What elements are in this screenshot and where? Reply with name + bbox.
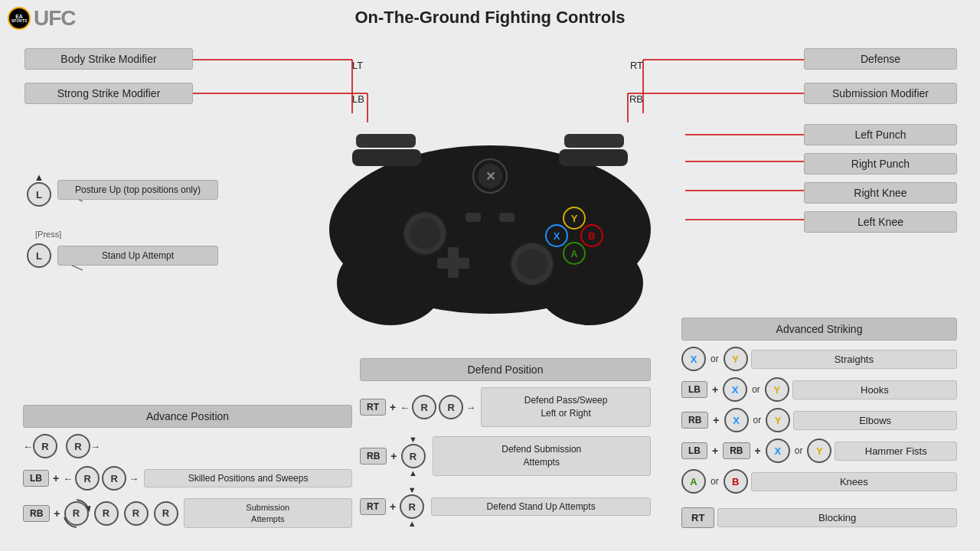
svg-point-25: [410, 218, 440, 249]
straights-desc: Straights: [751, 350, 957, 369]
y-btn-1: Y: [724, 347, 748, 371]
defend-standup-desc: Defend Stand Up Attempts: [431, 497, 651, 516]
lb-btn-adv: LB: [23, 470, 49, 487]
rb-btn-adv: RB: [23, 505, 50, 522]
svg-rect-19: [356, 134, 416, 148]
rb-btn-elbows: RB: [681, 412, 708, 429]
svg-point-16: [536, 241, 643, 325]
left-punch-label: Left Punch: [804, 124, 957, 145]
ea-logo: EA SPORTS: [8, 7, 31, 30]
page: EA SPORTS UFC On-The-Ground Fighting Con…: [0, 0, 980, 551]
defend-position-section: Defend Position RT + ← R R → Defend Pass…: [360, 358, 651, 536]
b-btn-knees: B: [724, 469, 748, 494]
submission-modifier-label: Submission Modifier: [804, 83, 957, 104]
r-stick-def4: R: [400, 494, 424, 519]
svg-rect-17: [352, 149, 421, 166]
r-stick-3: R: [75, 466, 100, 491]
svg-rect-18: [559, 149, 628, 166]
y-btn-3: Y: [766, 408, 790, 432]
r-stick-8: R: [154, 501, 178, 526]
advance-position-section: Advance Position ← R R → LB + ← R R → Sk…: [23, 405, 352, 536]
right-punch-label: Right Punch: [804, 153, 957, 174]
advance-position-header: Advance Position: [23, 405, 352, 428]
x-btn-1: X: [681, 347, 706, 371]
left-knee-label: Left Knee: [804, 211, 957, 233]
adv-row-blocking: RT Blocking: [681, 507, 957, 528]
rt-btn-def1: RT: [360, 399, 386, 416]
r-stick-def1: R: [412, 395, 436, 419]
defend-sub-desc: Defend SubmissionAttempts: [433, 436, 651, 476]
adv-row-hooks: LB + X or Y Hooks: [681, 377, 957, 402]
r-stick-def3: R: [401, 444, 426, 468]
left-stick-posture: L: [27, 182, 51, 207]
body-strike-label: Body Strike Modifier: [24, 48, 193, 70]
rt-label: RT: [630, 60, 643, 71]
defend-row-3: RT + ▼ R ▲ Defend Stand Up Attempts: [360, 485, 651, 528]
x-btn-2: X: [723, 377, 747, 402]
advanced-striking-section: Advanced Striking X or Y Straights LB + …: [681, 318, 957, 534]
hooks-desc: Hooks: [792, 380, 957, 399]
posture-up-row: ▲ L Posture Up (top positions only): [27, 172, 218, 207]
advance-row-3: RB + R R R R SubmissionAttempts: [23, 498, 352, 528]
standup-desc: Stand Up Attempt: [57, 246, 218, 266]
defend-pass-desc: Defend Pass/SweepLeft or Right: [481, 387, 651, 427]
defend-row-2: RB + ▼ R ▲ Defend SubmissionAttempts: [360, 435, 651, 478]
svg-text:A: A: [570, 248, 578, 259]
r-stick-def2: R: [439, 395, 463, 419]
r-stick-1: R: [33, 434, 57, 458]
adv-row-hammer: LB + RB + X or Y Hammer Fists: [681, 439, 957, 463]
adv-row-knees: A or B Knees: [681, 469, 957, 494]
svg-rect-38: [466, 213, 481, 222]
r-stick-6: R: [94, 501, 119, 526]
strong-strike-label: Strong Strike Modifier: [24, 83, 193, 104]
svg-text:X: X: [554, 230, 560, 242]
advance-row-2: LB + ← R R → Skilled Positions and Sweep…: [23, 466, 352, 491]
skilled-positions-desc: Skilled Positions and Sweeps: [144, 469, 352, 487]
svg-point-27: [517, 249, 547, 279]
elbows-desc: Elbows: [793, 411, 957, 430]
page-title: On-The-Ground Fighting Controls: [0, 0, 980, 31]
x-btn-4: X: [766, 439, 790, 463]
svg-text:Y: Y: [571, 213, 578, 224]
logo: EA SPORTS UFC: [8, 6, 76, 31]
svg-text:B: B: [588, 230, 595, 242]
x-btn-3: X: [724, 408, 749, 432]
right-knee-label: Right Knee: [804, 182, 957, 204]
adv-row-elbows: RB + X or Y Elbows: [681, 408, 957, 432]
svg-text:✕: ✕: [485, 170, 495, 183]
left-stick-press: L: [27, 243, 51, 268]
defense-label: Defense: [804, 48, 957, 70]
lb-btn-hooks: LB: [681, 381, 707, 398]
r-stick-5: R: [64, 501, 89, 526]
r-stick-7: R: [124, 501, 149, 526]
rb-btn-hammer: RB: [723, 442, 750, 459]
y-btn-4: Y: [807, 439, 831, 463]
svg-rect-29: [437, 258, 469, 269]
r-stick-4: R: [102, 466, 126, 491]
svg-rect-20: [564, 134, 624, 148]
a-btn-knees: A: [681, 469, 706, 494]
advanced-striking-header: Advanced Striking: [681, 318, 957, 341]
rb-btn-def2: RB: [360, 448, 387, 465]
r-stick-2: R: [66, 434, 90, 458]
ufc-logo: UFC: [34, 6, 76, 31]
blocking-desc: Blocking: [717, 508, 957, 527]
defend-position-header: Defend Position: [360, 358, 651, 381]
svg-rect-39: [499, 213, 514, 222]
knees-desc: Knees: [751, 472, 957, 491]
submission-attempts-desc: SubmissionAttempts: [184, 498, 352, 528]
advance-row-1: ← R R →: [23, 434, 352, 458]
y-btn-2: Y: [765, 377, 789, 402]
rt-btn-blocking: RT: [681, 507, 714, 528]
controller-image: ✕ Y X B A: [291, 99, 689, 329]
hammer-fists-desc: Hammer Fists: [835, 442, 957, 461]
controller-svg: ✕ Y X B A: [306, 99, 674, 329]
rt-btn-def3: RT: [360, 498, 386, 515]
standup-row: L Stand Up Attempt: [27, 243, 218, 268]
press-label: [Press]: [35, 230, 61, 239]
adv-row-straights: X or Y Straights: [681, 347, 957, 371]
posture-up-desc: Posture Up (top positions only): [57, 180, 218, 200]
lt-label: LT: [352, 60, 363, 71]
defend-row-1: RT + ← R R → Defend Pass/SweepLeft or Ri…: [360, 387, 651, 427]
lb-btn-hammer: LB: [681, 442, 707, 459]
